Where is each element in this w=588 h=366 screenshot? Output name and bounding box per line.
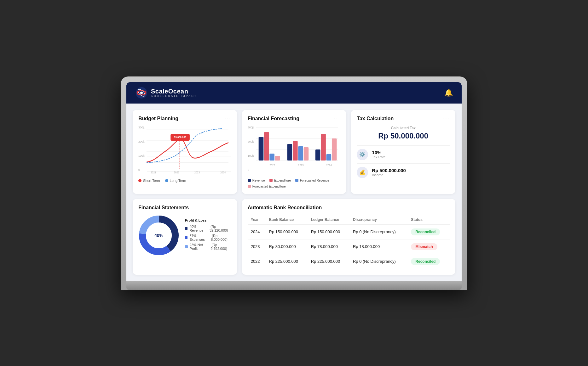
status-badge: Reconciled <box>411 228 440 235</box>
income-row: 💰 Rp 500.000.000 Income <box>357 163 450 181</box>
notification-bell[interactable]: 🔔 <box>444 89 453 97</box>
tax-rate-value: 10% <box>372 150 385 155</box>
svg-text:2023: 2023 <box>298 163 304 167</box>
svg-text:2024: 2024 <box>326 163 332 167</box>
logo-text: ScaleOcean ACCELERATE IMPACT <box>151 88 197 98</box>
app-header: ScaleOcean ACCELERATE IMPACT 🔔 <box>126 82 462 104</box>
row-bank-balance: Rp 150.000.000 <box>266 224 308 239</box>
bank-reconciliation-card: Automatic Bank Reconciliation ··· Year B… <box>242 199 455 275</box>
pnl-title: Profit & Loss <box>185 218 231 222</box>
calculated-tax-label: Calculated Tax <box>357 126 450 130</box>
forecast-title: Financial Forecasting <box>248 116 299 121</box>
forecasted-revenue-legend: Forecasted Revenue <box>295 179 329 182</box>
statements-menu[interactable]: ··· <box>225 205 231 211</box>
row-year: 2022 <box>248 254 266 269</box>
svg-rect-31 <box>332 138 337 160</box>
row-status: Mismatch <box>408 239 450 254</box>
recon-table-body: 2024 Rp 150.000.000 Rp 150.000.000 Rp 0 … <box>248 224 450 269</box>
expenses-pnl-dot <box>185 236 187 239</box>
statements-card-header: Financial Statements ··· <box>138 205 231 211</box>
expenses-pnl-item: 37% Expenses (Rp 8.000.000) <box>185 234 231 241</box>
recon-card-header: Automatic Bank Reconciliation ··· <box>248 205 450 211</box>
revenue-pnl-dot <box>185 227 187 230</box>
financial-forecasting-card: Financial Forecasting ··· 300jt 200jt 10… <box>242 110 346 194</box>
col-bank-balance: Bank Balance <box>266 215 308 225</box>
tax-title: Tax Calculation <box>357 116 394 121</box>
recon-table-head: Year Bank Balance Ledger Balance Discrep… <box>248 215 450 225</box>
status-badge-mismatch: Mismatch <box>411 243 437 250</box>
income-info: Rp 500.000.000 Income <box>372 168 406 177</box>
forecast-legend: Revenue Expenditure Forecasted Revenue F… <box>248 179 341 188</box>
brand-tagline: ACCELERATE IMPACT <box>151 95 197 98</box>
forecast-menu[interactable]: ··· <box>334 115 340 122</box>
svg-rect-23 <box>275 156 280 160</box>
long-term-dot <box>165 179 168 182</box>
row-year: 2024 <box>248 224 266 239</box>
tax-calculation-card: Tax Calculation ··· Calculated Tax Rp 50… <box>351 110 455 194</box>
income-value: Rp 500.000.000 <box>372 168 406 173</box>
status-badge-reconciled: Reconciled <box>411 258 440 265</box>
income-label: Income <box>372 173 406 177</box>
table-row: 2023 Rp 80.000.000 Rp 78.000.000 Rp 18.0… <box>248 239 450 254</box>
svg-rect-25 <box>293 141 298 160</box>
recon-title: Automatic Bank Reconciliation <box>248 205 322 211</box>
recon-menu[interactable]: ··· <box>443 205 450 211</box>
tax-rate-info: 10% Tax Rate <box>372 150 385 159</box>
row-discrepancy: Rp 18.000.000 <box>350 239 408 254</box>
svg-text:40%: 40% <box>154 233 164 238</box>
row-ledger-balance: Rp 78.000.000 <box>308 239 350 254</box>
budget-card-header: Budget Planning ··· <box>138 115 231 122</box>
forecast-card-header: Financial Forecasting ··· <box>248 115 341 122</box>
logo-area: ScaleOcean ACCELERATE IMPACT <box>135 87 197 99</box>
row-status: Reconciled <box>408 224 450 239</box>
row-ledger-balance: Rp 150.000.000 <box>308 224 350 239</box>
revenue-pnl-item: 40% Revenue (Rp 32.120.000) <box>185 225 231 232</box>
reconciliation-table: Year Bank Balance Ledger Balance Discrep… <box>248 215 450 269</box>
financial-statements-card: Financial Statements ··· <box>133 199 237 275</box>
budget-title: Budget Planning <box>138 116 178 121</box>
long-term-legend: Long Term <box>165 179 186 183</box>
table-row: 2024 Rp 150.000.000 Rp 150.000.000 Rp 0 … <box>248 224 450 239</box>
income-icon: 💰 <box>357 167 368 178</box>
statements-title: Financial Statements <box>138 205 189 211</box>
dashboard: Budget Planning ··· 300jt 200jt 100jt 0 <box>126 104 462 281</box>
table-row: 2022 Rp 225.000.000 Rp 225.000.000 Rp 0 … <box>248 254 450 269</box>
short-term-dot <box>138 179 141 182</box>
revenue-legend: Revenue <box>248 179 265 182</box>
budget-chart: 300jt 200jt 100jt 0 <box>138 126 231 176</box>
tax-amount: Rp 50.000.000 <box>357 132 450 140</box>
forecasted-expenditure-legend: Forecasted Expenditure <box>248 185 286 188</box>
svg-rect-20 <box>258 137 263 160</box>
netprofit-pnl-dot <box>185 245 188 248</box>
tax-rate-label: Tax Rate <box>372 155 385 159</box>
forecast-bar-chart: 2022 2023 2024 <box>248 126 341 172</box>
forecast-chart-wrapper: 300jt 200jt 100jt 0 <box>248 126 341 176</box>
svg-point-3 <box>140 92 143 94</box>
svg-text:2022: 2022 <box>269 163 275 167</box>
short-term-legend: Short Term <box>138 179 160 183</box>
logo-icon <box>135 87 148 99</box>
budget-grid <box>147 126 231 172</box>
row-bank-balance: Rp 225.000.000 <box>266 254 308 269</box>
svg-rect-29 <box>321 134 326 160</box>
budget-menu[interactable]: ··· <box>225 115 231 122</box>
laptop-base <box>126 281 462 290</box>
row-bank-balance: Rp 80.000.000 <box>266 239 308 254</box>
svg-rect-24 <box>287 144 292 160</box>
budget-planning-card: Budget Planning ··· 300jt 200jt 100jt 0 <box>133 110 237 194</box>
tax-rate-icon: ⚙️ <box>357 149 368 160</box>
svg-rect-28 <box>315 149 320 160</box>
expenditure-legend: Expenditure <box>269 179 291 182</box>
row-discrepancy: Rp 0 (No Discreprancy) <box>350 254 408 269</box>
row-ledger-balance: Rp 225.000.000 <box>308 254 350 269</box>
tax-menu[interactable]: ··· <box>443 115 450 122</box>
tax-rate-row: ⚙️ 10% Tax Rate <box>357 145 450 163</box>
col-discrepancy: Discreprancy <box>350 215 408 225</box>
budget-legend: Short Term Long Term <box>138 179 231 183</box>
pnl-legend: Profit & Loss 40% Revenue (Rp 32.120.000… <box>185 218 231 252</box>
netprofit-pnl-item: 23% Net Profit (Rp 9.792.000) <box>185 243 231 251</box>
row-year: 2023 <box>248 239 266 254</box>
budget-y-axis: 300jt 200jt 100jt 0 <box>138 126 145 176</box>
donut-svg: 40% <box>138 215 179 256</box>
row-discrepancy: Rp 0 (No Discreprancy) <box>350 224 408 239</box>
